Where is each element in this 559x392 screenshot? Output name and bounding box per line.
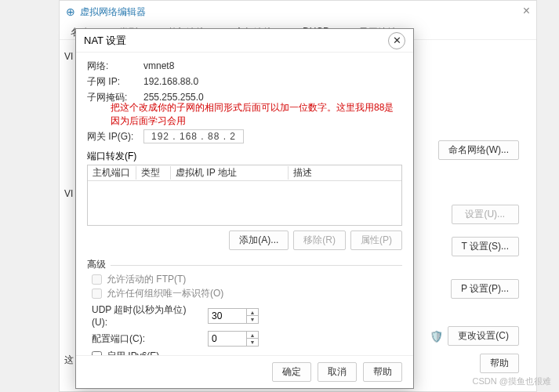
hint-label: 这 [64,354,74,367]
rename-network-button[interactable]: 命名网络(W)... [438,140,519,160]
annotation-text: 把这个改成你的子网的相同形式后面可以加一位数字。这里我用88是因为后面学习会用 [111,101,402,128]
settings-p-button[interactable]: P 设置(P)... [451,279,519,299]
port-forward-table[interactable]: 主机端口 类型 虚拟机 IP 地址 描述 [87,165,402,226]
col-host-port: 主机端口 [88,166,136,180]
subnet-ip-label: 子网 IP: [87,75,143,89]
window-title: 虚拟网络编辑器 [80,5,146,19]
config-port-label: 配置端口(C): [92,332,201,346]
spin-down-icon[interactable]: ▼ [247,339,258,346]
add-button[interactable]: 添加(A)... [229,230,289,250]
help-button-outer[interactable]: 帮助 [480,354,519,373]
row-label-2: VI [64,188,73,199]
close-icon[interactable]: ✕ [388,32,405,49]
ftp-checkbox[interactable]: 允许活动的 FTP(T) [92,273,402,286]
network-icon: ⊕ [66,5,75,18]
col-desc: 描述 [289,166,401,180]
col-type: 类型 [136,166,171,180]
change-settings-button[interactable]: 更改设置(C) [448,326,519,346]
remove-button[interactable]: 移除(R) [293,230,346,250]
gateway-label: 网关 IP(G): [87,130,143,143]
spin-up-icon[interactable]: ▲ [247,332,258,339]
config-port-stepper[interactable]: ▲▼ [208,331,259,347]
col-vm-ip: 虚拟机 IP 地址 [171,166,289,180]
spin-up-icon[interactable]: ▲ [247,309,258,316]
close-icon[interactable]: × [523,4,530,18]
ok-button[interactable]: 确定 [272,362,311,382]
shield-icon: 🛡️ [430,330,443,343]
mask-value: 255.255.255.0 [143,92,204,103]
port-forward-label: 端口转发(F) [87,150,402,163]
spin-down-icon[interactable]: ▼ [247,316,258,323]
table-body[interactable] [88,181,401,225]
udp-timeout-stepper[interactable]: ▲▼ [208,308,259,324]
advanced-label: 高级 [87,259,111,270]
subnet-ip-value: 192.168.88.0 [143,76,198,87]
udp-timeout-label: UDP 超时(以秒为单位)(U): [92,303,201,328]
dialog-title: NAT 设置 [84,34,126,48]
settings-s-button[interactable]: T 设置(S)... [452,237,519,256]
gateway-input[interactable]: 192 . 168 . 88 . 2 [143,129,244,143]
org-checkbox[interactable]: 允许任何组织唯一标识符(O) [92,287,402,300]
properties-button[interactable]: 属性(P) [350,230,402,250]
network-value: vmnet8 [143,60,174,71]
help-button[interactable]: 帮助 [363,362,402,382]
nat-settings-dialog: NAT 设置 ✕ 网络:vmnet8 子网 IP:192.168.88.0 子网… [75,28,414,389]
row-label-1: VI [64,51,73,62]
ipv6-checkbox[interactable]: 启用 IPv6(E) [92,350,402,355]
network-label: 网络: [87,60,143,73]
settings-u-button[interactable]: 设置(U)... [452,205,519,224]
watermark: CSDN @摸鱼也很难 [473,376,551,387]
cancel-button[interactable]: 取消 [318,362,357,382]
mask-label: 子网掩码: [87,91,143,104]
